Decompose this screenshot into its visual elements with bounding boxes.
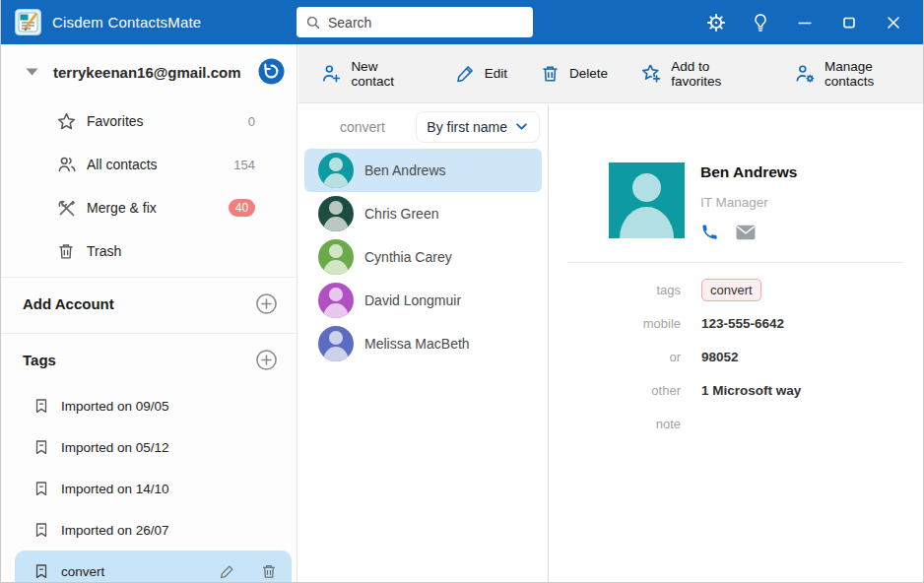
sidebar-item-favorites[interactable]: Favorites 0 xyxy=(1,99,297,143)
email-button[interactable] xyxy=(735,224,757,241)
account-row: terrykeenan16@gmail.com xyxy=(1,44,297,99)
search-box[interactable] xyxy=(297,7,533,37)
contact-avatar xyxy=(318,239,354,275)
contact-list-header: convert By first name xyxy=(298,104,548,149)
pencil-icon xyxy=(455,63,476,84)
app-logo-icon xyxy=(15,9,41,35)
people-icon xyxy=(56,154,78,175)
chevron-down-icon xyxy=(25,66,39,78)
call-button[interactable] xyxy=(700,223,719,241)
minimize-button[interactable] xyxy=(782,0,826,44)
contact-row[interactable]: Ben Andrews xyxy=(304,149,542,192)
contact-row[interactable]: David Longmuir xyxy=(304,279,542,322)
avatar-silhouette xyxy=(329,201,343,215)
merge-fix-badge: 40 xyxy=(229,199,255,217)
sidebar-item-label: Favorites xyxy=(87,113,144,129)
add-tag-button[interactable] xyxy=(254,348,279,372)
add-account-row: Add Account xyxy=(1,278,297,329)
field-label: mobile xyxy=(550,316,681,331)
account-expand-button[interactable] xyxy=(25,66,39,78)
tag-item-selected[interactable]: convert xyxy=(15,551,292,583)
title-bar: Cisdem ContactsMate xyxy=(1,0,923,44)
tag-icon xyxy=(33,480,50,497)
contact-avatar xyxy=(318,196,354,231)
toolbar-label: New contact xyxy=(351,59,422,89)
add-account-button[interactable] xyxy=(254,292,279,316)
delete-button[interactable]: Delete xyxy=(540,63,608,84)
star-plus-icon xyxy=(640,62,662,85)
divider xyxy=(567,262,903,263)
tag-label: Imported on 14/10 xyxy=(61,482,169,496)
field-value: 123-555-6642 xyxy=(701,316,784,331)
tag-label: Imported on 26/07 xyxy=(61,523,169,538)
envelope-icon xyxy=(735,224,757,241)
search-input[interactable] xyxy=(328,15,525,31)
tags-header-row: Tags xyxy=(1,334,297,385)
contact-name: Ben Andrews xyxy=(364,162,446,178)
maximize-button[interactable] xyxy=(826,0,871,44)
delete-tag-icon[interactable] xyxy=(260,562,278,580)
field-label: other xyxy=(550,383,681,398)
edit-tag-icon[interactable] xyxy=(219,562,236,580)
contact-name: Melissa MacBeth xyxy=(364,336,470,352)
avatar-silhouette xyxy=(632,173,661,202)
star-icon xyxy=(56,110,78,132)
sidebar-item-label: All contacts xyxy=(87,157,158,172)
toolbar-label: Delete xyxy=(569,66,608,81)
sync-icon xyxy=(258,58,285,85)
sidebar-item-merge-fix[interactable]: Merge & fix 40 xyxy=(1,186,297,229)
contact-row[interactable]: Chris Green xyxy=(304,192,542,235)
current-tag-label: convert xyxy=(340,119,385,135)
contact-avatar xyxy=(318,283,354,318)
new-contact-button[interactable]: New contact xyxy=(320,59,423,89)
sidebar: terrykeenan16@gmail.com Favorites 0 xyxy=(1,44,297,582)
avatar-silhouette xyxy=(329,331,343,345)
tags-header: Tags xyxy=(23,352,56,368)
settings-button[interactable] xyxy=(693,0,738,44)
contact-name: Cynthia Carey xyxy=(364,249,452,265)
maximize-icon xyxy=(839,13,859,32)
tag-icon xyxy=(33,562,50,580)
plus-circle-icon xyxy=(254,292,279,316)
contact-row[interactable]: Cynthia Carey xyxy=(304,235,542,279)
search-icon xyxy=(304,14,322,32)
tag-chip[interactable]: convert xyxy=(701,279,761,301)
detail-contact-name: Ben Andrews xyxy=(700,163,797,181)
tag-item[interactable]: Imported on 09/05 xyxy=(1,385,291,426)
toolbar-label: Add to favorites xyxy=(671,59,760,89)
field-label: tags xyxy=(550,283,681,297)
avatar-silhouette xyxy=(329,288,343,301)
contact-name: David Longmuir xyxy=(364,292,461,308)
tag-item[interactable]: Imported on 05/12 xyxy=(1,426,291,468)
tag-item[interactable]: Imported on 14/10 xyxy=(1,468,291,509)
trash-icon xyxy=(540,63,561,84)
all-contacts-count: 154 xyxy=(233,158,255,172)
sort-dropdown[interactable]: By first name xyxy=(416,111,540,143)
contact-row[interactable]: Melissa MacBeth xyxy=(304,322,542,365)
field-value: 98052 xyxy=(701,350,739,364)
person-gear-icon xyxy=(794,62,816,85)
contact-toolbar: New contact Edit Delete Add to favorit xyxy=(298,44,923,103)
field-row-note: note xyxy=(550,407,923,440)
edit-button[interactable]: Edit xyxy=(455,63,507,84)
tips-button[interactable] xyxy=(738,0,782,44)
field-row-other: other 1 Microsoft way xyxy=(550,373,923,407)
sync-button[interactable] xyxy=(258,58,285,85)
sidebar-item-all-contacts[interactable]: All contacts 154 xyxy=(1,143,297,186)
close-icon xyxy=(884,13,903,32)
detail-fields: tags convert mobile 123-555-6642 or 9805… xyxy=(550,273,923,440)
tag-item[interactable]: Imported on 26/07 xyxy=(1,509,291,551)
tools-icon xyxy=(56,197,78,219)
detail-avatar xyxy=(609,162,685,238)
close-button[interactable] xyxy=(871,0,915,44)
sidebar-item-trash[interactable]: Trash xyxy=(1,229,297,273)
person-plus-icon xyxy=(320,62,342,85)
app-window: Cisdem ContactsMate xyxy=(0,0,924,583)
field-row-tags: tags convert xyxy=(550,273,923,306)
account-email: terrykeenan16@gmail.com xyxy=(53,64,241,81)
add-account-label: Add Account xyxy=(23,295,114,312)
tag-label: convert xyxy=(61,564,104,579)
manage-contacts-button[interactable]: Manage contacts xyxy=(794,59,923,89)
detail-job-title: IT Manager xyxy=(700,195,768,210)
add-to-favorites-button[interactable]: Add to favorites xyxy=(640,59,761,89)
